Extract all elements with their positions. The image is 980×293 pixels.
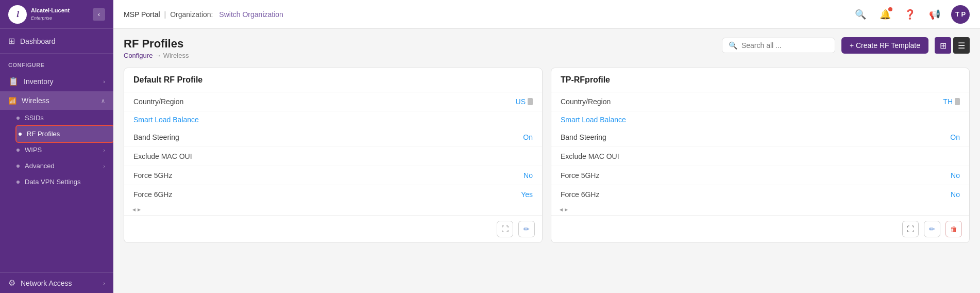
delete-button-tp[interactable]: 🗑 [945,221,962,237]
sidebar-collapse-button[interactable]: ‹ [93,8,105,21]
topbar-org-label: Organization: [170,10,213,19]
wireless-icon: 📶 [8,97,16,105]
breadcrumb-separator: → [155,52,163,59]
force5ghz-value-tp: No [951,171,960,180]
profile-card-tp: TP-RFprofile Country/Region TH Smart Loa… [551,68,970,243]
sidebar-inventory-label: Inventory [24,77,103,86]
wips-arrow-icon: › [103,147,105,153]
card-row-force6ghz-default: Force 6GHz Yes [124,185,542,204]
topbar-nav: MSP Portal | Organization: Switch Organi… [124,10,848,19]
card-scroll-default: ◂ ▸ [124,204,542,215]
card-row-band-steering-tp: Band Steering On [551,128,969,147]
wips-dot [16,149,20,152]
search-input[interactable] [741,41,829,50]
card-row-country-tp: Country/Region TH [551,92,969,111]
ssids-dot [16,117,20,120]
grid-view-button[interactable]: ⊞ [935,37,951,54]
msp-portal-link[interactable]: MSP Portal [124,10,160,19]
breadcrumb-configure[interactable]: Configure [124,52,153,59]
card-row-force5ghz-default: Force 5GHz No [124,166,542,185]
search-icon: 🔍 [855,9,866,20]
dashboard-icon: ⊞ [8,36,15,46]
topbar: MSP Portal | Organization: Switch Organi… [113,0,980,29]
country-region-label-default: Country/Region [133,97,183,106]
rf-profiles-label: RF Profiles [27,130,60,138]
data-vpn-label: Data VPN Settings [25,178,80,186]
search-button[interactable]: 🔍 [852,6,869,23]
card-title-tp: TP-RFprofile [551,68,969,92]
band-steering-label-tp: Band Steering [561,133,606,141]
expand-icon: ⛶ [501,225,509,233]
card-footer-tp: ⛶ ✏ 🗑 [551,215,969,242]
profiles-grid: Default RF Profile Country/Region US Sma… [124,68,970,243]
sidebar-item-data-vpn[interactable]: Data VPN Settings [16,174,113,190]
grid-icon: ⊞ [940,41,947,51]
card-row-exclude-mac-default: Exclude MAC OUI [124,147,542,166]
scroll-left-tp[interactable]: ◂ [560,206,563,213]
scroll-right-default[interactable]: ▸ [138,206,141,213]
country-region-value-default: US [516,97,533,106]
logo-text: Alcatel·Lucent Enterprise [31,7,70,21]
sidebar-item-rf-profiles[interactable]: RF Profiles [16,126,113,142]
card-body-default: Country/Region US Smart Load Balance Ban… [124,92,542,204]
sidebar-item-inventory[interactable]: 📋 Inventory › [0,71,113,91]
sidebar-item-network-access[interactable]: ⚙ Network Access › [0,272,113,293]
card-row-country-default: Country/Region US [124,92,542,111]
network-access-label: Network Access [21,279,103,287]
list-icon: ☰ [958,41,965,51]
sidebar-item-ssids[interactable]: SSIDs [16,110,113,126]
page-title-area: RF Profiles Configure → Wireless [124,37,189,59]
user-avatar-button[interactable]: T P [951,5,970,24]
list-view-button[interactable]: ☰ [953,37,970,54]
data-vpn-dot [16,181,20,184]
expand-button-tp[interactable]: ⛶ [902,221,919,237]
view-toggle: ⊞ ☰ [935,37,970,54]
network-access-arrow-icon: › [103,280,105,286]
sidebar-item-wireless[interactable]: 📶 Wireless ∧ [0,91,113,110]
sidebar-item-advanced[interactable]: Advanced › [16,158,113,174]
page-title: RF Profiles [124,37,189,51]
card-title-default: Default RF Profile [124,68,542,92]
advanced-arrow-icon: › [103,163,105,169]
expand-button-default[interactable]: ⛶ [497,221,513,237]
notification-button[interactable]: 🔔 [877,6,893,23]
switch-organization-link[interactable]: Switch Organization [219,10,283,19]
force5ghz-value-default: No [523,171,533,180]
country-flag-default [528,98,533,105]
help-button[interactable]: ❓ [902,6,918,23]
help-icon: ❓ [904,9,916,20]
profile-card-default: Default RF Profile Country/Region US Sma… [124,68,543,243]
smart-load-balance-tp[interactable]: Smart Load Balance [551,111,969,128]
edit-icon-tp: ✏ [929,225,935,233]
band-steering-value-tp: On [950,133,960,141]
band-steering-label-default: Band Steering [133,133,179,141]
scroll-right-tp[interactable]: ▸ [565,206,568,213]
force6ghz-value-tp: No [951,190,960,199]
edit-icon: ✏ [523,225,530,233]
feedback-button[interactable]: 📢 [926,6,943,23]
inventory-icon: 📋 [8,76,19,86]
sidebar-item-dashboard[interactable]: ⊞ Dashboard [0,31,113,51]
edit-button-default[interactable]: ✏ [518,221,535,237]
force5ghz-label-tp: Force 5GHz [561,171,599,180]
card-row-exclude-mac-tp: Exclude MAC OUI [551,147,969,166]
force6ghz-label-default: Force 6GHz [133,190,172,199]
edit-button-tp[interactable]: ✏ [924,221,940,237]
breadcrumb: Configure → Wireless [124,52,189,59]
scroll-left-default[interactable]: ◂ [132,206,136,213]
topbar-separator: | [164,10,166,19]
ssids-label: SSIDs [25,114,44,122]
wireless-submenu: SSIDs RF Profiles WIPS › Advanced › Data… [0,110,113,190]
card-row-force5ghz-tp: Force 5GHz No [551,166,969,185]
page-header: RF Profiles Configure → Wireless 🔍 + Cre… [124,37,970,59]
smart-load-balance-default[interactable]: Smart Load Balance [124,111,542,128]
band-steering-value-default: On [523,133,533,141]
sidebar: 𝑙 Alcatel·Lucent Enterprise ‹ ⊞ Dashboar… [0,0,113,293]
sidebar-dashboard-label: Dashboard [20,37,105,45]
sidebar-item-wips[interactable]: WIPS › [16,142,113,158]
topbar-icons: 🔍 🔔 ❓ 📢 T P [852,5,970,24]
force5ghz-label-default: Force 5GHz [133,171,172,180]
exclude-mac-label-tp: Exclude MAC OUI [561,152,619,160]
create-rf-template-button[interactable]: + Create RF Template [841,37,928,54]
card-body-tp: Country/Region TH Smart Load Balance Ban… [551,92,969,204]
